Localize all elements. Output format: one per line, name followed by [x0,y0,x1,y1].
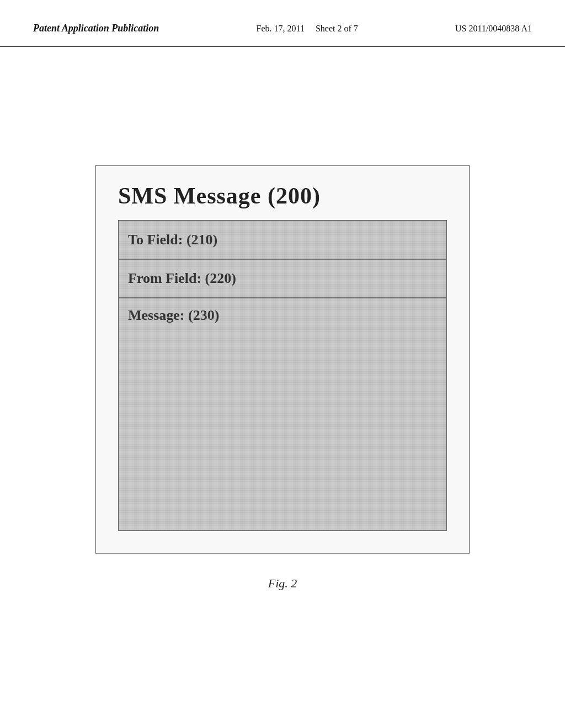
patent-number-label: US 2011/0040838 A1 [455,22,532,35]
page-header: Patent Application Publication Feb. 17, … [0,0,565,47]
message-field-label: Message: (230) [128,307,219,324]
publication-label: Patent Application Publication [33,22,159,35]
sms-form: To Field: (210) From Field: (220) Messag… [118,220,447,531]
content-area: SMS Message (200) To Field: (210) From F… [0,47,565,709]
from-field: From Field: (220) [119,260,446,298]
page-container: Patent Application Publication Feb. 17, … [0,0,565,728]
figure-caption: Fig. 2 [268,576,297,591]
from-field-label: From Field: (220) [128,270,236,287]
header-center: Feb. 17, 2011 Sheet 2 of 7 [257,22,358,35]
diagram-title: SMS Message (200) [118,183,447,209]
message-field: Message: (230) [119,298,446,530]
to-field: To Field: (210) [119,221,446,260]
sheet-label: Sheet 2 of 7 [316,24,358,33]
diagram-container: SMS Message (200) To Field: (210) From F… [95,165,470,554]
to-field-label: To Field: (210) [128,232,217,248]
date-label: Feb. 17, 2011 [257,24,305,33]
